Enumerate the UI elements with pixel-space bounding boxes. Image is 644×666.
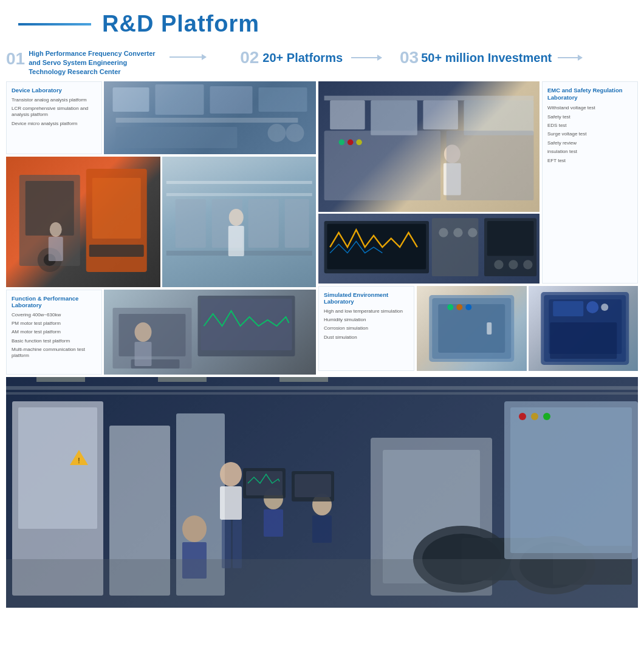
svg-rect-104 (6, 559, 638, 608)
svg-point-55 (523, 260, 532, 269)
device-lab-title: Device Laboratory (12, 87, 97, 93)
svg-rect-88 (246, 471, 283, 495)
svg-point-49 (453, 228, 462, 237)
svg-point-43 (348, 139, 354, 145)
section-text-1: High Performance Frequency Converter and… (29, 49, 162, 76)
sim-img-2-svg (529, 286, 639, 371)
lab-image-3 (162, 157, 317, 287)
svg-rect-66 (553, 301, 583, 316)
svg-point-6 (268, 124, 286, 142)
bottom-full-image: ! (6, 377, 638, 608)
svg-rect-108 (6, 386, 638, 390)
section-labels-row: 01 High Performance Frequency Converter … (0, 43, 644, 81)
svg-point-50 (468, 228, 477, 237)
svg-rect-29 (119, 314, 186, 356)
svg-rect-17 (166, 181, 312, 184)
section-label-3: 03 50+ million Investment (400, 49, 582, 66)
svg-point-61 (456, 304, 462, 310)
svg-rect-72 (18, 407, 97, 529)
sim-img-1-bg (417, 286, 527, 371)
lab-img-2-bg (6, 157, 160, 287)
emc-item-3: EDS test (547, 123, 632, 129)
emc-item-5: Safety review (547, 140, 632, 146)
sim-img-2-bg (529, 286, 639, 371)
sim-env-text: Simulated Environment Laboratory High an… (318, 286, 414, 371)
lab-image-2 (6, 157, 160, 287)
right-large-img-bg (318, 81, 540, 212)
svg-text:!: ! (78, 457, 80, 465)
svg-rect-9 (26, 181, 74, 236)
sim-env-image-2 (529, 286, 639, 371)
bottom-img-bg: ! (6, 377, 638, 608)
sim-item-1: High and low temperature simulation (324, 308, 409, 314)
svg-rect-34 (330, 100, 365, 129)
svg-point-15 (50, 222, 62, 237)
emc-item-6: insulation test (547, 149, 632, 155)
svg-point-7 (286, 124, 304, 142)
sim-env-images (417, 286, 638, 371)
svg-point-67 (586, 301, 598, 313)
svg-point-85 (182, 515, 207, 542)
left-column: Device Laboratory Transistor analog anal… (6, 81, 316, 375)
svg-rect-58 (438, 304, 505, 353)
device-lab-item-1: Transistor analog analysis platform (12, 97, 97, 103)
section-label-1: 01 High Performance Frequency Converter … (6, 49, 210, 76)
device-lab-text: Device Laboratory Transistor analog anal… (6, 81, 102, 154)
device-lab-svg (104, 81, 316, 154)
svg-rect-41 (447, 131, 534, 200)
svg-point-68 (601, 304, 608, 311)
svg-point-31 (135, 322, 152, 342)
svg-rect-107 (279, 377, 328, 382)
svg-rect-69 (550, 322, 617, 359)
svg-point-62 (465, 304, 471, 310)
right-osc-svg (318, 214, 540, 284)
svg-rect-106 (158, 377, 207, 382)
svg-rect-33 (324, 95, 534, 100)
svg-rect-11 (92, 178, 141, 239)
svg-rect-84 (312, 515, 332, 543)
func-lab-row: Function & Performance Laboratory Coveri… (6, 290, 316, 375)
right-oscilloscope-image (318, 214, 540, 284)
svg-rect-100 (510, 407, 632, 553)
svg-rect-105 (36, 377, 85, 382)
right-large-svg (318, 81, 540, 212)
device-lab-image (104, 81, 316, 154)
emc-item-2: Safety test (547, 114, 632, 120)
svg-rect-21 (248, 199, 278, 248)
bottom-svg: ! (6, 377, 638, 608)
svg-point-101 (519, 413, 526, 420)
func-lab-item-5: Multi-machine communication test platfor… (12, 347, 97, 359)
section-num-1: 01 (6, 50, 25, 67)
top-right-images (318, 81, 540, 284)
svg-point-53 (494, 260, 503, 269)
svg-rect-25 (228, 226, 244, 256)
func-lab-svg (104, 290, 316, 375)
svg-rect-4 (116, 118, 298, 123)
sim-item-3: Corrosion simulation (324, 325, 409, 331)
svg-rect-0 (113, 87, 149, 112)
page-title: R&D Platform (102, 11, 259, 37)
svg-point-24 (228, 209, 243, 226)
section-text-3: 50+ million Investment (421, 51, 552, 65)
lab-img-3-bg (162, 157, 317, 287)
right-osc-img-bg (318, 214, 540, 284)
svg-rect-16 (49, 237, 63, 261)
svg-point-44 (356, 139, 362, 145)
sim-env-row: Simulated Environment Laboratory High an… (318, 286, 638, 371)
func-lab-text: Function & Performance Laboratory Coveri… (6, 290, 102, 375)
top-right-section: EMC and Safety Regulation Laboratory Wit… (318, 81, 638, 284)
svg-point-77 (220, 462, 242, 486)
device-lab-item-2: LCR comprehensive simulation and analysi… (12, 106, 97, 118)
sim-img-1-svg (417, 286, 527, 371)
func-lab-item-1: Covering 400w~630kw (12, 312, 97, 318)
emc-lab-title: EMC and Safety Regulation Laboratory (547, 87, 632, 102)
right-column: EMC and Safety Regulation Laboratory Wit… (318, 81, 638, 375)
device-lab-row: Device Laboratory Transistor analog anal… (6, 81, 316, 154)
func-lab-item-2: PM motor test platform (12, 321, 97, 327)
section-num-2: 02 (240, 49, 259, 66)
svg-point-42 (339, 139, 345, 145)
sim-env-title: Simulated Environment Laboratory (324, 291, 409, 305)
svg-rect-59 (487, 322, 492, 335)
svg-rect-36 (423, 100, 457, 129)
device-lab-item-3: Device micro analysis platform (12, 121, 97, 127)
